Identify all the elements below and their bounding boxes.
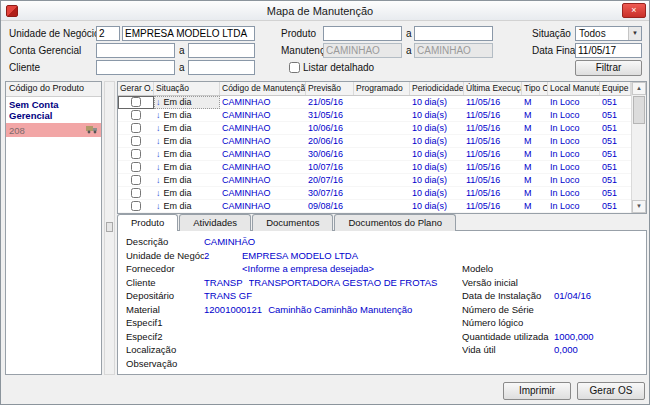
gerar-os-checkbox[interactable] bbox=[131, 136, 141, 146]
conta-gerencial-to-input[interactable] bbox=[188, 43, 255, 58]
column-header[interactable]: Última Execução bbox=[464, 82, 522, 95]
tipo-os-cell: M bbox=[522, 174, 548, 187]
conta-gerencial-from-input[interactable] bbox=[96, 43, 175, 58]
gerar-os-checkbox[interactable] bbox=[131, 162, 141, 172]
situacao-cell[interactable]: ↓Em dia bbox=[154, 96, 220, 109]
situacao-cell[interactable]: ↓Em dia bbox=[154, 161, 220, 174]
unidade-detail-label: Unidade de Negócio bbox=[126, 250, 204, 261]
status-down-arrow-icon: ↓ bbox=[156, 188, 161, 198]
gerar-os-cell[interactable] bbox=[118, 174, 154, 187]
quantidade-utilizada-value: 1000,000 bbox=[554, 331, 638, 342]
situacao-cell[interactable]: ↓Em dia bbox=[154, 148, 220, 161]
data-final-input[interactable] bbox=[575, 43, 642, 58]
table-row[interactable]: ↓Em diaCAMINHAO20/07/1610 dia(s)11/05/16… bbox=[118, 174, 631, 187]
gerar-os-cell[interactable] bbox=[118, 109, 154, 122]
imprimir-button[interactable]: Imprimir bbox=[503, 382, 571, 400]
table-row[interactable]: ↓Em diaCAMINHAO20/06/1610 dia(s)11/05/16… bbox=[118, 135, 631, 148]
gerar-os-cell[interactable] bbox=[118, 187, 154, 200]
situacao-cell[interactable]: ↓Em dia bbox=[154, 200, 220, 213]
programado-cell bbox=[354, 122, 410, 135]
unidade-negocio-label: Unidade de Negócio bbox=[9, 26, 100, 41]
column-header[interactable]: Equipe bbox=[600, 82, 631, 95]
gerar-os-cell[interactable] bbox=[118, 122, 154, 135]
produto-from-input[interactable] bbox=[323, 26, 402, 41]
table-header: Gerar O.S.SituaçãoCódigo de ManutençãoPr… bbox=[118, 82, 631, 96]
gerar-os-cell[interactable] bbox=[118, 96, 154, 109]
left-panel-scrollbar-thumb[interactable] bbox=[106, 222, 113, 232]
periodicidade-cell: 10 dia(s) bbox=[410, 109, 464, 122]
previsao-cell: 09/08/16 bbox=[306, 200, 354, 213]
cliente-from-input[interactable] bbox=[96, 60, 175, 75]
produto-list-item-selected[interactable]: 208 bbox=[6, 123, 101, 137]
table-row[interactable]: ↓Em diaCAMINHAO10/06/1610 dia(s)11/05/16… bbox=[118, 122, 631, 135]
versao-inicial-label: Versão inicial bbox=[462, 277, 554, 288]
situacao-text: Em dia bbox=[164, 201, 192, 211]
tab-atividades[interactable]: Atividades bbox=[179, 214, 251, 231]
situacao-select[interactable]: Todos ▼ bbox=[575, 26, 642, 41]
close-button[interactable]: × bbox=[622, 3, 646, 18]
unidade-negocio-name-input[interactable] bbox=[122, 26, 255, 41]
column-header[interactable]: Gerar O.S. bbox=[118, 82, 154, 95]
data-instalacao-value: 01/04/16 bbox=[554, 290, 638, 301]
produto-group-label[interactable]: Sem Conta Gerencial bbox=[6, 97, 101, 123]
gerar-os-cell[interactable] bbox=[118, 200, 154, 213]
table-row[interactable]: ↓Em diaCAMINHAO21/05/1610 dia(s)11/05/16… bbox=[118, 96, 631, 109]
unidade-negocio-code-input[interactable] bbox=[96, 26, 120, 41]
gerar-os-checkbox[interactable] bbox=[131, 149, 141, 159]
situacao-cell[interactable]: ↓Em dia bbox=[154, 187, 220, 200]
gerar-os-checkbox[interactable] bbox=[131, 97, 141, 107]
table-row[interactable]: ↓Em diaCAMINHAO31/05/1610 dia(s)11/05/16… bbox=[118, 109, 631, 122]
ultima-execucao-cell: 11/05/16 bbox=[464, 148, 522, 161]
codigo-manutencao-cell: CAMINHAO bbox=[220, 161, 306, 174]
column-header[interactable]: Tipo OS bbox=[522, 82, 548, 95]
tab-documentos[interactable]: Documentos bbox=[252, 214, 333, 231]
situacao-cell[interactable]: ↓Em dia bbox=[154, 122, 220, 135]
table-row[interactable]: ↓Em diaCAMINHAO30/07/1610 dia(s)11/05/16… bbox=[118, 187, 631, 200]
tipo-os-cell: M bbox=[522, 122, 548, 135]
left-panel-scrollbar[interactable] bbox=[104, 81, 115, 375]
scroll-down-icon[interactable]: ▼ bbox=[632, 200, 646, 213]
column-header[interactable]: Situação bbox=[154, 82, 220, 95]
titlebar: Mapa de Manutenção × bbox=[1, 1, 649, 21]
gerar-os-cell[interactable] bbox=[118, 135, 154, 148]
gerar-os-checkbox[interactable] bbox=[131, 201, 141, 211]
app-icon bbox=[6, 5, 18, 17]
column-header[interactable]: Local Manutenção bbox=[548, 82, 600, 95]
ultima-execucao-cell: 11/05/16 bbox=[464, 161, 522, 174]
status-down-arrow-icon: ↓ bbox=[156, 162, 161, 172]
produto-to-input[interactable] bbox=[414, 26, 493, 41]
situacao-cell[interactable]: ↓Em dia bbox=[154, 174, 220, 187]
codigo-manutencao-cell: CAMINHAO bbox=[220, 200, 306, 213]
previsao-cell: 30/07/16 bbox=[306, 187, 354, 200]
table-row[interactable]: ↓Em diaCAMINHAO30/06/1610 dia(s)11/05/16… bbox=[118, 148, 631, 161]
column-header[interactable]: Previsão bbox=[306, 82, 354, 95]
table-row[interactable]: ↓Em diaCAMINHAO09/08/1610 dia(s)11/05/16… bbox=[118, 200, 631, 213]
cliente-to-input[interactable] bbox=[188, 60, 255, 75]
manutencao-to-input bbox=[414, 43, 493, 58]
tab-produto[interactable]: Produto bbox=[117, 214, 178, 231]
filtrar-button[interactable]: Filtrar bbox=[575, 60, 642, 76]
gerar-os-button[interactable]: Gerar OS bbox=[577, 382, 645, 400]
produto-code: 208 bbox=[9, 125, 25, 136]
table-row[interactable]: ↓Em diaCAMINHAO10/07/1610 dia(s)11/05/16… bbox=[118, 161, 631, 174]
gerar-os-checkbox[interactable] bbox=[131, 175, 141, 185]
grid-scrollbar-thumb[interactable] bbox=[633, 96, 645, 124]
fornecedor-value[interactable]: <Informe a empresa desejada> bbox=[242, 263, 462, 274]
grid-vertical-scrollbar[interactable]: ▲ ▼ bbox=[631, 82, 646, 213]
situacao-cell[interactable]: ↓Em dia bbox=[154, 109, 220, 122]
scroll-up-icon[interactable]: ▲ bbox=[632, 82, 646, 95]
gerar-os-cell[interactable] bbox=[118, 148, 154, 161]
programado-cell bbox=[354, 161, 410, 174]
listar-detalhado-checkbox[interactable] bbox=[289, 62, 300, 73]
column-header[interactable]: Programado bbox=[354, 82, 410, 95]
chevron-down-icon[interactable]: ▼ bbox=[628, 27, 641, 40]
situacao-cell[interactable]: ↓Em dia bbox=[154, 135, 220, 148]
status-down-arrow-icon: ↓ bbox=[156, 97, 161, 107]
tab-documentos-do-plano[interactable]: Documentos do Plano bbox=[334, 214, 455, 231]
column-header[interactable]: Periodicidade bbox=[410, 82, 464, 95]
gerar-os-checkbox[interactable] bbox=[131, 110, 141, 120]
gerar-os-cell[interactable] bbox=[118, 161, 154, 174]
gerar-os-checkbox[interactable] bbox=[131, 188, 141, 198]
gerar-os-checkbox[interactable] bbox=[131, 123, 141, 133]
column-header[interactable]: Código de Manutenção bbox=[220, 82, 306, 95]
